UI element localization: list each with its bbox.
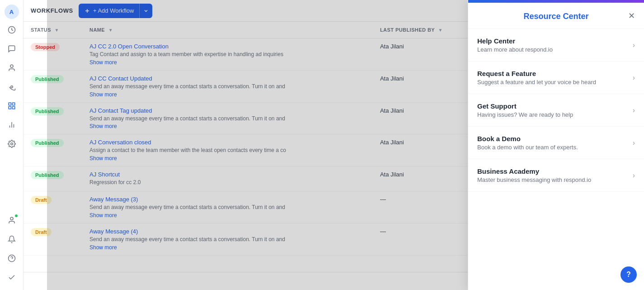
sidebar-item-workflows[interactable]: [4, 98, 20, 114]
sidebar-item-verify[interactable]: [4, 269, 20, 285]
sidebar-item-help[interactable]: [4, 250, 20, 266]
workflow-name-link[interactable]: Away Message (3): [89, 196, 138, 203]
add-workflow-dropdown-arrow[interactable]: [140, 4, 152, 18]
resource-item-desc: Suggest a feature and let your voice be …: [477, 79, 629, 86]
resource-item-desc: Book a demo with our team of experts.: [477, 144, 629, 151]
help-button[interactable]: ?: [620, 266, 637, 283]
show-more-link[interactable]: Show more: [89, 59, 366, 66]
sidebar-item-broadcasts[interactable]: [4, 79, 20, 95]
add-workflow-main[interactable]: + Add Workflow: [79, 4, 140, 18]
status-cell: Published: [24, 166, 82, 191]
workflow-desc: Send an away message every time a contac…: [89, 236, 366, 243]
name-cell: AJ CC Contact Updated Send an away messa…: [82, 70, 373, 102]
workflow-name-link[interactable]: AJ Conversation closed: [89, 139, 151, 146]
sidebar-item-profile[interactable]: [4, 212, 20, 228]
workflow-name-link[interactable]: AJ CC Contact Updated: [89, 75, 152, 82]
last-published-by-value: Ata Jilani: [380, 75, 404, 82]
panel-title: Resource Center: [523, 12, 588, 21]
resource-item[interactable]: Get Support Having issues? We are ready …: [468, 94, 644, 127]
workflow-name-link[interactable]: AJ CC 2.0 Open Conversation: [89, 43, 169, 50]
last-published-by-cell: Ata Jilani: [373, 134, 479, 166]
status-badge: Stopped: [31, 43, 60, 51]
last-published-by-value: Ata Jilani: [380, 43, 404, 50]
last-published-by-value: Ata Jilani: [380, 171, 404, 178]
page-title: WORKFLOWS: [31, 7, 73, 14]
resource-item-content: Get Support Having issues? We are ready …: [477, 102, 629, 118]
svg-point-1: [10, 65, 13, 67]
show-more-link[interactable]: Show more: [89, 212, 366, 219]
col-name-label: NAME: [89, 27, 105, 33]
lpb-filter-icon[interactable]: ▼: [438, 28, 442, 33]
resource-item[interactable]: Help Center Learn more about respond.io …: [468, 29, 644, 62]
panel-close-button[interactable]: ✕: [628, 12, 635, 20]
resource-item-title: Get Support: [477, 102, 629, 110]
workflow-desc: Send an away message every time a contac…: [89, 115, 366, 123]
add-workflow-button[interactable]: + Add Workflow: [79, 4, 152, 18]
col-lpb-label: LAST PUBLISHED BY: [380, 27, 435, 33]
workflow-desc: Regression for cc 2.0: [89, 179, 366, 186]
resource-items-list: Help Center Learn more about respond.io …: [468, 29, 644, 290]
status-badge: Published: [31, 75, 64, 83]
name-filter-icon[interactable]: ▼: [108, 28, 113, 33]
col-status[interactable]: STATUS ▼: [24, 22, 82, 38]
resource-item-desc: Master business messaging with respond.i…: [477, 176, 629, 183]
resource-item-content: Request a Feature Suggest a feature and …: [477, 70, 629, 86]
last-published-by-cell: Ata Jilani: [373, 166, 479, 191]
panel-header: Resource Center ✕: [468, 3, 644, 29]
name-cell: AJ Shortcut Regression for cc 2.0: [82, 166, 373, 191]
svg-rect-5: [12, 107, 14, 109]
name-cell: AJ CC 2.0 Open Conversation Tag Contact …: [82, 38, 373, 71]
show-more-link[interactable]: Show more: [89, 123, 366, 129]
status-badge: Draft: [31, 196, 52, 204]
sidebar-item-dashboard[interactable]: [4, 22, 20, 38]
resource-item-arrow: ›: [633, 106, 635, 114]
resource-item-arrow: ›: [633, 41, 635, 49]
status-badge: Published: [31, 139, 64, 147]
status-badge: Draft: [31, 228, 52, 236]
resource-item-content: Help Center Learn more about respond.io: [477, 37, 629, 53]
workflow-name-link[interactable]: Away Message (4): [89, 228, 138, 235]
resource-item-arrow: ›: [633, 171, 635, 180]
add-workflow-label: + Add Workflow: [93, 7, 134, 14]
last-published-by-value: Ata Jilani: [380, 107, 404, 114]
sidebar: A: [0, 0, 24, 290]
sidebar-item-messages[interactable]: [4, 41, 20, 57]
status-cell: Draft: [24, 223, 82, 255]
show-more-link[interactable]: Show more: [89, 91, 366, 98]
resource-item[interactable]: Business Academy Master business messagi…: [468, 159, 644, 192]
workflow-desc: Tag Contact and assign to a team member …: [89, 51, 366, 58]
svg-rect-3: [9, 103, 11, 105]
status-cell: Published: [24, 134, 82, 166]
resource-item-title: Request a Feature: [477, 70, 629, 77]
sidebar-item-contacts[interactable]: [4, 60, 20, 76]
workflow-name-link[interactable]: AJ Shortcut: [89, 171, 120, 178]
workflow-desc: Assign a contact to the team member with…: [89, 147, 366, 154]
sidebar-item-settings[interactable]: [4, 136, 20, 152]
avatar[interactable]: A: [5, 5, 19, 19]
col-name[interactable]: NAME ▼: [82, 22, 373, 38]
resource-center-panel: Resource Center ✕ Help Center Learn more…: [468, 0, 644, 290]
workflow-name-link[interactable]: AJ Contact Tag updated: [89, 107, 152, 114]
svg-point-2: [10, 86, 13, 88]
last-published-by-cell: Ata Jilani: [373, 70, 479, 102]
last-published-by-value: —: [380, 228, 386, 235]
status-cell: Published: [24, 102, 82, 134]
resource-item[interactable]: Book a Demo Book a demo with our team of…: [468, 127, 644, 159]
last-published-by-cell: —: [373, 223, 479, 255]
status-cell: Stopped: [24, 38, 82, 71]
last-published-by-value: —: [380, 196, 386, 203]
resource-item-content: Business Academy Master business messagi…: [477, 167, 629, 183]
last-published-by-value: Ata Jilani: [380, 139, 404, 146]
col-last-published-by[interactable]: LAST PUBLISHED BY ▼: [373, 22, 479, 38]
last-published-by-cell: —: [373, 191, 479, 223]
resource-item-title: Book a Demo: [477, 135, 629, 143]
last-published-by-cell: Ata Jilani: [373, 102, 479, 134]
resource-item[interactable]: Request a Feature Suggest a feature and …: [468, 62, 644, 94]
status-filter-icon[interactable]: ▼: [55, 28, 59, 33]
show-more-link[interactable]: Show more: [89, 244, 366, 251]
svg-point-11: [10, 217, 13, 220]
sidebar-item-notifications[interactable]: [4, 231, 20, 247]
show-more-link[interactable]: Show more: [89, 155, 366, 162]
sidebar-item-reports[interactable]: [4, 117, 20, 133]
name-cell: Away Message (4) Send an away message ev…: [82, 223, 373, 255]
